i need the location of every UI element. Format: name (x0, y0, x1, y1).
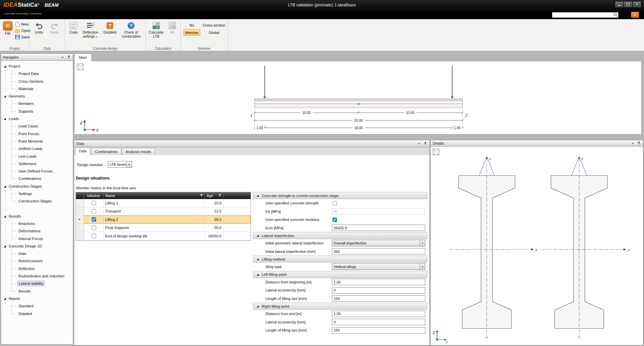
tab-main[interactable]: Main (74, 53, 92, 61)
extreme-cross-section-button[interactable]: Cross-section (202, 22, 226, 28)
table-row[interactable]: Transport 12.0 (76, 207, 251, 216)
nav-section-project[interactable]: ◢Project (1, 63, 73, 70)
nav-item-cross-sections[interactable]: Cross-Sections (11, 78, 73, 85)
minimize-button[interactable] (615, 2, 623, 7)
nav-item-materials[interactable]: Materials (11, 85, 73, 92)
code-button[interactable]: 1.45025.8 Code (68, 21, 79, 46)
table-row-selected[interactable]: ► Lifting 2 28.0 (76, 216, 251, 224)
left-lifting-eye-length-input[interactable] (332, 295, 425, 302)
initial-geometric-imperfection-select[interactable]: Overall imperfection ▼ (332, 240, 425, 246)
nav-item-redistribution-and-reduction[interactable]: Redistribution and reduction (11, 272, 73, 280)
column-header-name[interactable]: Name (103, 192, 205, 199)
nav-item-internal-forces[interactable]: Internal Forces (11, 235, 73, 242)
close-button[interactable]: × (633, 2, 641, 7)
nav-section-construction-stages[interactable]: ◢Construction Stages (1, 183, 73, 190)
open-button[interactable]: Open (15, 28, 31, 34)
group-header-lifting-method[interactable]: ◢Lifting method (253, 256, 427, 263)
nav-item-settlement[interactable]: Settlement (11, 160, 73, 167)
extreme-no-button[interactable]: No (183, 22, 200, 28)
right-lifting-eye-length-input[interactable] (332, 327, 425, 334)
user-specified-modulus-checkbox[interactable] (333, 218, 337, 222)
detailed-button[interactable]: T Detailed (102, 21, 118, 46)
table-row[interactable]: Lifting 1 10.0 (76, 199, 251, 207)
chevron-down-icon[interactable]: ▼ (61, 56, 64, 59)
nav-item-members[interactable]: Members (11, 100, 73, 107)
nav-item-supports[interactable]: Supports (11, 108, 73, 115)
deflection-settings-button[interactable]: 123 Deflectionsettings ▼ (80, 21, 101, 46)
isactive-checkbox[interactable] (92, 226, 96, 230)
nav-section-loads[interactable]: ◢Loads (1, 115, 73, 122)
chevron-down-icon: ▼ (421, 266, 424, 268)
extreme-member-button[interactable]: Member (183, 29, 200, 36)
undo-button[interactable]: Undo (32, 21, 46, 46)
nav-item-lateral-stability[interactable]: Lateral stability (11, 280, 73, 287)
save-button[interactable]: Save (15, 34, 30, 40)
isactive-checkbox[interactable] (92, 201, 96, 205)
filter-icon[interactable] (200, 194, 203, 197)
column-header-age[interactable]: Age (205, 192, 224, 199)
pin-icon[interactable] (67, 55, 71, 59)
nav-item-combinations[interactable]: Combinations (11, 175, 73, 182)
expand-view-button[interactable] (433, 149, 439, 155)
nav-item-project-data[interactable]: Project Data (11, 70, 73, 77)
nav-item-results[interactable]: Results (11, 287, 73, 295)
isactive-checkbox[interactable] (92, 234, 96, 238)
nav-item-data[interactable]: Data (11, 250, 73, 257)
distance-from-end-input[interactable] (332, 311, 425, 317)
isactive-checkbox[interactable] (92, 217, 96, 222)
nav-section-results[interactable]: ◢Results (1, 213, 73, 220)
table-row[interactable]: End of design working life 18250.0 (76, 232, 251, 240)
search-input[interactable] (552, 13, 613, 17)
nav-section-concrete-design-1d[interactable]: ◢Concrete Design 1D (1, 242, 73, 250)
group-header-lateral-imperfection[interactable]: ◢Lateral imperfection (253, 232, 427, 239)
pin-icon[interactable] (423, 142, 427, 146)
nav-item-deformations[interactable]: Deformations (11, 227, 73, 235)
nav-item-deflection[interactable]: Deflection (11, 265, 73, 272)
nav-item-construction-stages[interactable]: Construction Stages (11, 197, 73, 205)
expand-view-button[interactable] (77, 64, 83, 70)
group-header-right-lifting-point[interactable]: ◢Right lifting point (253, 303, 427, 310)
tab-combinations[interactable]: Combinations (91, 148, 121, 155)
file-button[interactable]: ID File (1, 20, 14, 46)
nav-item-reactions[interactable]: Reactions (11, 220, 73, 227)
nav-section-geometry[interactable]: ◢Geometry (1, 92, 73, 100)
chevron-down-icon[interactable]: ▼ (632, 142, 634, 145)
table-row[interactable]: Final Supports 35.0 (76, 224, 251, 232)
nav-item-line-loads[interactable]: Line Loads (11, 153, 73, 160)
undo-icon (35, 22, 43, 30)
calculate-ltb-button[interactable]: CalculateLTB (148, 21, 165, 46)
left-lateral-eccentricity-input[interactable] (332, 287, 425, 294)
nav-item-point-moments[interactable]: Point Moments (11, 138, 73, 145)
maximize-button[interactable] (624, 2, 632, 7)
extreme-global-button[interactable]: Global (202, 29, 226, 36)
initial-lateral-imperfection-input[interactable] (332, 248, 425, 255)
group-header-concrete-strength[interactable]: ◢Concrete strength in current constructi… (253, 192, 427, 199)
help-button[interactable]: i (631, 12, 639, 18)
tab-data[interactable]: Data (75, 147, 90, 155)
search-icon[interactable] (613, 12, 618, 17)
user-specified-strength-checkbox[interactable] (333, 201, 337, 205)
tab-analysis-results[interactable]: Analysis results (122, 148, 155, 155)
nav-item-standard[interactable]: Standard (11, 302, 73, 310)
nav-item-reinforcement[interactable]: Reinforcement (11, 257, 73, 265)
group-header-left-lifting-point[interactable]: ◢Left lifting point (253, 271, 427, 278)
nav-item-settings[interactable]: Settings (11, 190, 73, 197)
design-member-select[interactable]: LTB beam ▼ (108, 161, 132, 168)
nav-item-point-forces[interactable]: Point Forces (11, 130, 73, 138)
nav-item-user-defined-forces[interactable]: User-Defined Forces (11, 167, 73, 175)
isactive-checkbox[interactable] (92, 209, 96, 214)
distance-from-beginning-input[interactable] (332, 279, 425, 285)
pin-icon[interactable] (637, 141, 641, 145)
check-of-combination-button[interactable]: ? Check ofcombination (118, 21, 144, 46)
right-lateral-eccentricity-input[interactable] (332, 319, 425, 325)
nav-item-detailed[interactable]: Detailed (11, 310, 73, 317)
new-button[interactable]: New (15, 21, 29, 27)
sling-type-select[interactable]: Vertical slings ▼ (332, 263, 425, 270)
filter-icon[interactable] (218, 194, 221, 197)
chevron-down-icon[interactable]: ▼ (418, 143, 420, 145)
nav-section-report[interactable]: ◢Report (1, 295, 73, 302)
ecm-input[interactable] (332, 225, 425, 231)
column-header-isactive[interactable]: IsActive (84, 192, 103, 199)
nav-item-load-cases[interactable]: Load Cases (11, 122, 73, 130)
nav-item-uniform-loads[interactable]: Uniform Loads (11, 145, 73, 152)
